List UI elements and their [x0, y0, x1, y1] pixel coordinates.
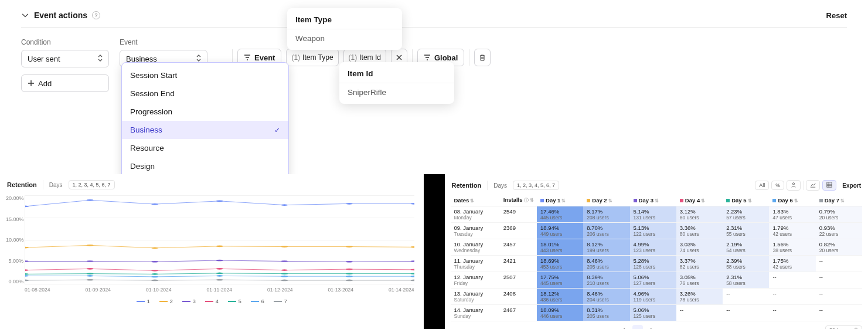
series-dot-icon	[634, 199, 637, 202]
table-header[interactable]: Day 1⇅	[537, 194, 583, 206]
svg-point-34	[411, 273, 414, 274]
legend-swatch	[182, 301, 190, 302]
sort-icon[interactable]: ⇅	[748, 198, 752, 203]
event-dropdown: Session StartSession EndProgressionBusin…	[121, 62, 289, 179]
filter-users[interactable]	[787, 180, 801, 191]
event-label: Event	[120, 38, 207, 46]
table-header[interactable]: Day 3⇅	[630, 194, 676, 206]
svg-point-35	[25, 275, 29, 277]
panel-title: Retention	[7, 181, 37, 188]
table-header[interactable]: Day 7⇅	[816, 194, 862, 206]
retention-cell: 1.56%38 users	[769, 239, 815, 256]
filter-all[interactable]: All	[755, 181, 769, 190]
retention-cell: 8.31%205 users	[583, 305, 629, 321]
table-header[interactable]: Installs ⓘ⇅	[500, 194, 537, 206]
table-header[interactable]: Day 6⇅	[769, 194, 815, 206]
retention-cell: 0.82%20 users	[816, 239, 862, 256]
y-tick: 10.00%	[6, 237, 23, 243]
table-header[interactable]: Day 4⇅	[676, 194, 723, 206]
table-row: 10. JanuaryWednesday245718.01%443 users8…	[451, 239, 863, 256]
date-cell: 08. JanuaryMonday	[451, 206, 500, 223]
chevron-down-icon[interactable]	[21, 11, 29, 19]
retention-cell: 17.75%445 users	[537, 272, 583, 289]
days-value[interactable]: 1, 2, 3, 4, 5, 6, 7	[69, 180, 115, 189]
svg-point-39	[281, 276, 288, 277]
condition-label: Condition	[21, 38, 109, 46]
reset-button[interactable]: Reset	[826, 11, 847, 20]
delete-button[interactable]	[474, 49, 491, 66]
svg-point-46	[281, 280, 288, 281]
svg-point-47	[346, 280, 353, 281]
legend-label: 6	[261, 299, 264, 304]
y-tick: 20.00%	[6, 195, 23, 201]
popover-value[interactable]: Weapon	[287, 29, 402, 50]
popover-value[interactable]: SniperRifle	[339, 83, 454, 104]
retention-cell: --	[676, 305, 723, 321]
legend-item[interactable]: 7	[274, 299, 287, 304]
legend-label: 7	[284, 299, 287, 304]
series-dot-icon	[587, 199, 590, 202]
dropdown-item[interactable]: Progression	[122, 103, 288, 121]
dropdown-item[interactable]: Resource	[122, 139, 288, 157]
days-label: Days	[493, 182, 507, 189]
svg-point-14	[25, 260, 29, 262]
chip-count: (1)	[291, 53, 300, 62]
dropdown-item[interactable]: Business✓	[122, 121, 288, 139]
info-icon[interactable]: ⓘ	[523, 198, 529, 203]
days-value[interactable]: 1, 2, 3, 4, 5, 6, 7	[513, 181, 559, 190]
condition-value: User sent	[28, 55, 60, 63]
page-next[interactable]	[646, 325, 657, 329]
retention-cell: 8.46%204 users	[583, 289, 629, 305]
updown-icon	[196, 55, 201, 63]
retention-cell: 5.06%125 users	[630, 305, 676, 321]
date-cell: 11. JanuaryThursday	[451, 256, 500, 272]
svg-point-2	[151, 203, 158, 205]
svg-point-9	[151, 247, 158, 249]
svg-point-28	[25, 273, 29, 275]
help-icon[interactable]: ?	[92, 11, 100, 19]
pager: 1 30 / page	[451, 325, 863, 329]
table-header[interactable]: Day 5⇅	[723, 194, 769, 206]
page-prev[interactable]	[618, 325, 629, 329]
legend-item[interactable]: 5	[228, 299, 241, 304]
legend-item[interactable]: 3	[182, 299, 196, 304]
legend-item[interactable]: 4	[205, 299, 219, 304]
legend-item[interactable]: 6	[251, 299, 264, 304]
legend-swatch	[137, 301, 145, 302]
view-chart[interactable]	[806, 180, 820, 191]
table-header[interactable]: Dates⇅	[451, 194, 500, 206]
divider	[21, 27, 847, 28]
page-current[interactable]: 1	[632, 325, 643, 329]
export-button[interactable]: Export	[842, 182, 861, 189]
sort-icon[interactable]: ⇅	[655, 198, 659, 203]
dropdown-item[interactable]: Session End	[122, 84, 288, 103]
installs-cell: 2421	[500, 256, 537, 272]
dropdown-item[interactable]: Session Start	[122, 66, 288, 84]
retention-cell: 3.26%78 users	[676, 289, 723, 305]
dropdown-item[interactable]: Design	[122, 157, 288, 175]
sort-icon[interactable]: ⇅	[608, 198, 612, 203]
sort-icon[interactable]: ⇅	[840, 198, 845, 203]
legend-item[interactable]: 2	[159, 299, 173, 304]
add-button[interactable]: Add	[21, 74, 109, 92]
chip-item-type[interactable]: (1) Item Type	[286, 49, 338, 66]
svg-point-15	[87, 260, 94, 262]
filter-percent[interactable]: %	[771, 181, 784, 190]
sort-icon[interactable]: ⇅	[701, 198, 705, 203]
legend-swatch	[228, 301, 236, 302]
sort-icon[interactable]: ⇅	[794, 198, 798, 203]
sort-icon[interactable]: ⇅	[561, 198, 566, 203]
retention-cell: 5.14%131 users	[630, 206, 676, 223]
per-page-select[interactable]: 30 / page	[825, 325, 862, 329]
svg-point-30	[151, 273, 158, 275]
sort-icon[interactable]: ⇅	[470, 198, 474, 203]
retention-cell: 18.01%443 users	[537, 239, 583, 256]
table-header[interactable]: Day 2⇅	[583, 194, 629, 206]
retention-chart-panel: Retention Days 1, 2, 3, 4, 5, 6, 7 20.00…	[0, 174, 424, 329]
svg-point-29	[87, 273, 94, 274]
legend-item[interactable]: 1	[137, 299, 150, 304]
condition-select[interactable]: User sent	[21, 50, 109, 67]
retention-cell: 8.17%208 users	[583, 206, 629, 223]
sort-icon[interactable]: ⇅	[530, 198, 534, 203]
view-table[interactable]	[822, 180, 836, 191]
